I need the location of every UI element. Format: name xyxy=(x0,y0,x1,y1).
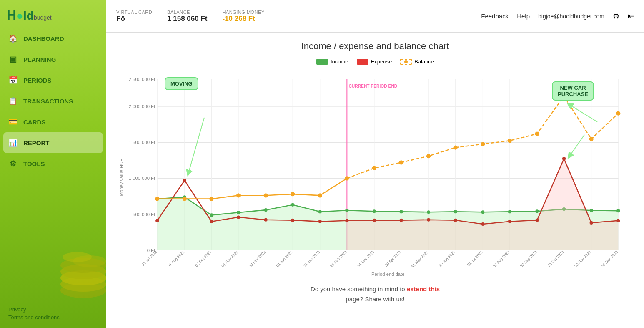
svg-point-70 xyxy=(399,219,403,222)
sidebar-item-report[interactable]: 📊 REPORT xyxy=(3,132,103,153)
svg-point-69 xyxy=(373,219,376,222)
svg-point-55 xyxy=(508,210,511,213)
newcar-annotation: NEW CARPURCHASE xyxy=(552,81,594,101)
svg-point-88 xyxy=(399,160,403,164)
svg-point-68 xyxy=(345,219,348,222)
svg-point-59 xyxy=(616,209,620,212)
svg-point-71 xyxy=(427,218,430,222)
sidebar-item-planning[interactable]: ▣ PLANNING xyxy=(0,49,106,70)
sidebar-nav: 🏠 DASHBOARD ▣ PLANNING 📅 PERIODS 📋 TRANS… xyxy=(0,28,106,174)
svg-point-61 xyxy=(155,219,159,222)
app-logo: H●ldbudget xyxy=(7,8,52,23)
logo-area: H●ldbudget xyxy=(0,0,106,28)
svg-point-73 xyxy=(481,222,484,226)
svg-point-44 xyxy=(210,213,213,217)
legend-balance: Balance xyxy=(400,58,434,65)
settings-icon[interactable]: ⚙ xyxy=(613,12,619,21)
chart-legend: Income Expense Balance xyxy=(119,58,631,65)
svg-point-50 xyxy=(373,209,376,213)
svg-point-83 xyxy=(263,193,268,197)
svg-point-67 xyxy=(318,220,322,223)
svg-point-96 xyxy=(616,111,620,115)
topbar: VIRTUAL CARD Fő BALANCE 1 158 060 Ft HAN… xyxy=(106,0,644,33)
legend-expense: Expense xyxy=(357,58,392,65)
help-link[interactable]: Help xyxy=(517,13,530,20)
svg-point-77 xyxy=(590,221,593,225)
svg-text:1 500 000 Ft: 1 500 000 Ft xyxy=(129,140,155,145)
content-area: Income / expense and balance chart Incom… xyxy=(106,33,644,328)
feedback-text: Do you have something in mind to extend … xyxy=(119,284,631,304)
hanging-money-section: HANGING MONEY -10 268 Ft xyxy=(222,10,264,23)
svg-point-54 xyxy=(481,210,484,214)
svg-point-48 xyxy=(318,210,322,213)
sidebar: H●ldbudget 🏠 DASHBOARD ▣ PLANNING 📅 PERI… xyxy=(0,0,106,328)
svg-point-90 xyxy=(454,145,458,149)
sidebar-item-dashboard[interactable]: 🏠 DASHBOARD xyxy=(0,28,106,49)
transactions-icon: 📋 xyxy=(8,96,18,106)
privacy-link[interactable]: Privacy xyxy=(8,306,98,313)
svg-point-45 xyxy=(237,211,240,214)
terms-link[interactable]: Terms and conditions xyxy=(8,314,98,320)
svg-point-82 xyxy=(236,193,241,197)
legend-income: Income xyxy=(316,58,348,65)
svg-point-72 xyxy=(454,219,457,222)
balance-color-box xyxy=(400,59,412,65)
svg-point-51 xyxy=(399,210,403,213)
svg-text:500 000 Ft: 500 000 Ft xyxy=(133,212,155,217)
topbar-right: Feedback Help bigjoe@hooldbudget.com ⚙ ⇥ xyxy=(481,12,634,21)
svg-point-95 xyxy=(589,137,594,141)
income-color-box xyxy=(316,59,328,65)
report-icon: 📊 xyxy=(8,138,18,147)
svg-point-87 xyxy=(372,166,376,170)
moving-annotation: MOVING xyxy=(165,77,198,90)
sidebar-footer: Privacy Terms and conditions xyxy=(0,300,106,328)
svg-point-85 xyxy=(318,193,322,197)
cards-icon: 💳 xyxy=(8,117,18,126)
svg-point-91 xyxy=(481,142,485,146)
svg-point-58 xyxy=(590,209,593,212)
periods-icon: 📅 xyxy=(8,76,18,85)
svg-point-52 xyxy=(427,210,430,214)
tools-icon: ⚙ xyxy=(8,159,18,168)
svg-point-93 xyxy=(535,132,539,136)
svg-point-89 xyxy=(426,154,431,158)
svg-point-66 xyxy=(291,219,294,222)
virtual-card-label: VIRTUAL CARD xyxy=(116,10,152,15)
svg-point-49 xyxy=(345,209,348,212)
svg-point-78 xyxy=(616,219,620,222)
balance-section: BALANCE 1 158 060 Ft xyxy=(167,10,207,23)
svg-point-63 xyxy=(210,220,213,223)
svg-text:Money value HUF: Money value HUF xyxy=(119,159,124,196)
hanging-money-value: -10 268 Ft xyxy=(222,15,264,23)
user-email: bigjoe@hooldbudget.com xyxy=(538,13,604,20)
virtual-card-value: Fő xyxy=(116,15,152,23)
sidebar-item-transactions[interactable]: 📋 TRANSACTIONS xyxy=(0,91,106,111)
logout-icon[interactable]: ⇥ xyxy=(628,12,634,21)
svg-point-46 xyxy=(264,208,268,212)
svg-point-86 xyxy=(345,176,349,180)
balance-value: 1 158 060 Ft xyxy=(167,15,207,23)
feedback-link[interactable]: Feedback xyxy=(481,13,509,20)
main-area: VIRTUAL CARD Fő BALANCE 1 158 060 Ft HAN… xyxy=(106,0,644,328)
hanging-money-label: HANGING MONEY xyxy=(222,10,264,15)
svg-text:2 500 000 Ft: 2 500 000 Ft xyxy=(129,77,155,82)
home-icon: 🏠 xyxy=(8,34,18,43)
sidebar-item-periods[interactable]: 📅 PERIODS xyxy=(0,70,106,91)
svg-point-47 xyxy=(291,203,294,207)
sidebar-item-tools[interactable]: ⚙ TOOLS xyxy=(0,153,106,174)
svg-text:1 000 000 Ft: 1 000 000 Ft xyxy=(129,176,155,181)
svg-text:Period end date: Period end date xyxy=(371,272,405,277)
svg-point-76 xyxy=(562,157,566,160)
svg-point-75 xyxy=(535,219,539,222)
chart-wrapper: MOVING NEW CARPURCHASE Money value HUF xyxy=(119,69,631,278)
chart-title: Income / expense and balance chart xyxy=(119,41,631,52)
sidebar-item-cards[interactable]: 💳 CARDS xyxy=(0,111,106,132)
svg-text:2 000 000 Ft: 2 000 000 Ft xyxy=(129,104,155,109)
svg-point-6 xyxy=(63,252,92,262)
svg-point-65 xyxy=(264,218,268,222)
svg-point-92 xyxy=(508,139,512,143)
svg-point-80 xyxy=(183,197,187,201)
planning-icon: ▣ xyxy=(8,55,18,64)
svg-point-56 xyxy=(535,209,539,213)
svg-text:CURRENT PERIOD END: CURRENT PERIOD END xyxy=(348,84,397,88)
